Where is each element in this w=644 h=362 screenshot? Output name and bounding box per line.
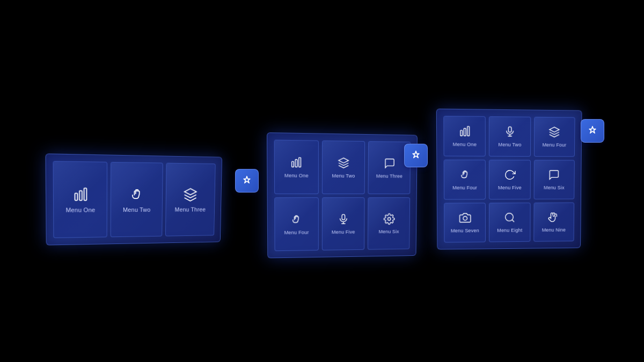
svg-rect-5 — [299, 157, 301, 167]
svg-rect-1 — [79, 190, 82, 200]
pin-button-2[interactable] — [404, 144, 428, 167]
cube-icon — [184, 187, 198, 203]
panel-2-tile-1[interactable]: Menu One — [274, 140, 319, 194]
panel-1-tile-3[interactable]: Menu Three — [165, 163, 216, 237]
panel-2-tile-1-label: Menu One — [284, 173, 309, 178]
refresh-icon — [504, 169, 516, 182]
camera-icon — [459, 212, 471, 225]
panel-3-tile-2-label: Menu Two — [499, 142, 522, 147]
panel-1-tile-1-label: Menu One — [65, 206, 95, 213]
panel-1-grid: Menu One Menu Two Menu Three — [46, 154, 222, 245]
svg-point-13 — [506, 213, 514, 221]
panel-3-tile-8[interactable]: Menu Eight — [489, 203, 530, 242]
bar-chart-icon-3 — [459, 125, 471, 139]
panel-2-tile-3-label: Menu Three — [376, 173, 402, 179]
panel-1-tile-1[interactable]: Menu One — [53, 161, 108, 238]
panel-1-tile-3-label: Menu Three — [175, 206, 206, 212]
panel-2-tile-6[interactable]: Menu Six — [368, 197, 410, 250]
panel-3-tile-4[interactable]: Menu Four — [444, 160, 486, 200]
panel-3-tile-9[interactable]: Menu Nine — [533, 202, 574, 241]
panel-3-tile-9-label: Menu Nine — [542, 227, 566, 233]
panel-3-tile-7[interactable]: Menu Seven — [444, 203, 486, 242]
panel-1-tile-2[interactable]: Menu Two — [111, 162, 163, 237]
panel-2-tile-4[interactable]: Menu Four — [274, 197, 318, 251]
pin-icon-1 — [241, 175, 252, 186]
mic-icon-2 — [504, 125, 516, 139]
svg-point-12 — [463, 216, 467, 220]
hand-stop-icon — [548, 211, 560, 225]
svg-rect-10 — [467, 127, 470, 136]
svg-rect-9 — [464, 128, 466, 136]
panel-3-tile-1-label: Menu One — [453, 142, 477, 147]
pin-icon-2 — [411, 150, 421, 161]
panel-3-tile-8-label: Menu Eight — [497, 227, 522, 233]
scene: Menu One Menu Two Menu Three — [0, 0, 644, 362]
panel-2-tile-5-label: Menu Five — [332, 229, 355, 234]
panel-2-tile-4-label: Menu Four — [284, 230, 309, 235]
panel-3-tile-1[interactable]: Menu One — [443, 116, 486, 157]
chat-icon — [384, 157, 396, 171]
panel-2-grid: Menu One Menu Two Menu Three Menu Four — [267, 133, 417, 258]
svg-rect-0 — [75, 193, 77, 200]
bar-chart-icon — [72, 187, 88, 204]
mic-icon — [338, 213, 349, 226]
panel-3-tile-6-label: Menu Six — [544, 185, 565, 190]
panel-2-tile-6-label: Menu Six — [379, 228, 399, 234]
svg-rect-4 — [296, 159, 298, 167]
cube-icon-2 — [338, 157, 349, 170]
panel-3-tile-7-label: Menu Seven — [451, 228, 479, 233]
hand-icon-3 — [459, 169, 471, 182]
panel-3-tile-5[interactable]: Menu Five — [489, 160, 530, 200]
svg-rect-3 — [292, 161, 294, 167]
panel-3-tile-3[interactable]: Menu Four — [534, 117, 575, 157]
panel-3-grid: Menu One Menu Two Menu Four Menu Four — [437, 109, 582, 249]
panel-1: Menu One Menu Two Menu Three — [45, 153, 222, 245]
panel-2-tile-2[interactable]: Menu Two — [322, 141, 365, 194]
cube-icon-3 — [548, 126, 560, 139]
panel-1-tile-2-label: Menu Two — [123, 206, 151, 212]
panel-3-tile-4-label: Menu Four — [452, 185, 477, 190]
hand-icon — [129, 187, 144, 203]
svg-rect-6 — [342, 214, 345, 219]
panel-3: Menu One Menu Two Menu Four Menu Four — [436, 109, 582, 250]
gear-icon — [383, 213, 395, 226]
bar-chart-icon-2 — [290, 156, 303, 170]
hand-icon-2 — [290, 213, 302, 227]
panel-3-tile-5-label: Menu Five — [498, 185, 522, 190]
svg-point-7 — [387, 217, 390, 220]
svg-rect-8 — [460, 130, 462, 136]
pin-button-3[interactable] — [581, 119, 604, 143]
panel-2-tile-5[interactable]: Menu Five — [322, 197, 365, 250]
svg-rect-11 — [508, 127, 511, 132]
panel-3-tile-6[interactable]: Menu Six — [533, 160, 575, 200]
svg-rect-2 — [84, 188, 86, 200]
panel-3-tile-2[interactable]: Menu Two — [489, 116, 531, 157]
search-icon — [504, 212, 516, 225]
chat-icon-2 — [548, 169, 560, 182]
panel-3-tile-3-label: Menu Four — [543, 142, 567, 147]
panel-2-tile-2-label: Menu Two — [332, 173, 355, 178]
pin-button-1[interactable] — [235, 169, 259, 193]
panel-2: Menu One Menu Two Menu Three Menu Four — [267, 132, 418, 258]
pin-icon-3 — [587, 125, 598, 136]
svg-line-14 — [512, 220, 514, 222]
